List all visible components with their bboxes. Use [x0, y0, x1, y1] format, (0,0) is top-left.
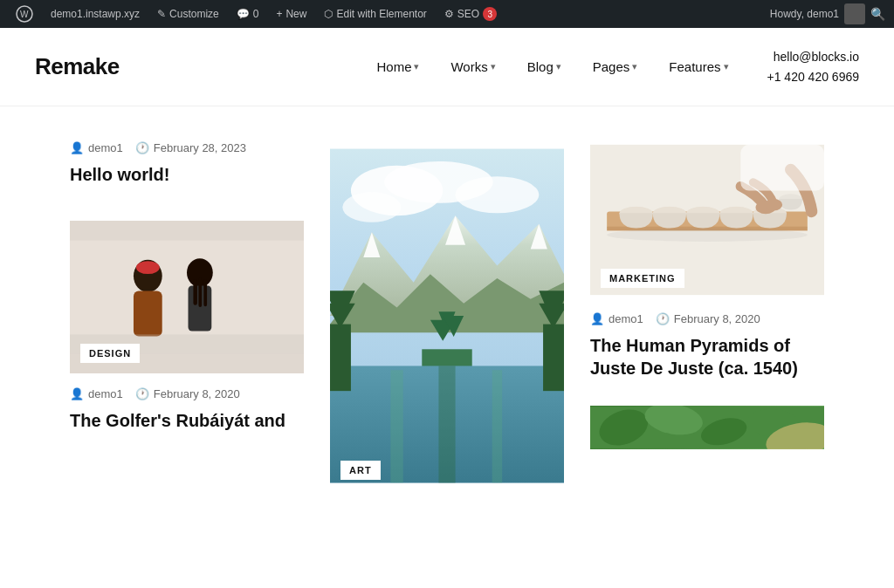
contact-info: hello@blocks.io +1 420 420 6969: [767, 47, 860, 86]
post-date-item: 🕐 February 8, 2020: [656, 312, 760, 325]
nav-works[interactable]: Works ▾: [438, 52, 507, 81]
post-card-pyramids[interactable]: MARKETING 👤 demo1 🕐 February 8, 2020 The…: [590, 141, 824, 379]
pencil-icon: ✎: [157, 8, 166, 20]
post-card-hello-world[interactable]: 👤 demo1 🕐 February 28, 2023 Hello world!: [70, 141, 304, 186]
post-image-wrap: DESIGN: [70, 221, 304, 373]
svg-rect-9: [193, 279, 196, 305]
comments-item[interactable]: 💬 0: [230, 0, 266, 28]
svg-rect-5: [134, 291, 162, 336]
seo-item[interactable]: ⚙ SEO 3: [437, 0, 504, 28]
customize-label: Customize: [169, 8, 219, 20]
nav-features[interactable]: Features ▾: [657, 52, 740, 81]
post-category-badge: ART: [340, 461, 381, 480]
post-image-lake: [330, 141, 564, 490]
post-date: February 8, 2020: [674, 312, 760, 325]
post-meta: 👤 demo1 🕐 February 8, 2020: [590, 312, 824, 325]
svg-point-16: [456, 176, 540, 213]
svg-point-47: [766, 199, 782, 210]
blog-column-2: ART: [330, 141, 564, 490]
post-title: The Golfer's Rubáiyát and: [70, 409, 304, 432]
elementor-icon: ⬡: [324, 8, 333, 20]
chevron-down-icon: ▾: [491, 61, 496, 72]
post-date: February 28, 2023: [154, 141, 246, 154]
search-icon[interactable]: 🔍: [870, 7, 885, 21]
svg-text:W: W: [20, 10, 29, 19]
post-author: demo1: [88, 141, 123, 154]
new-item[interactable]: + New: [269, 0, 313, 28]
post-image-wrap: [590, 406, 824, 449]
svg-point-49: [607, 229, 808, 242]
svg-point-6: [136, 261, 160, 274]
post-image-wrap: MARKETING: [590, 141, 824, 298]
chevron-down-icon: ▾: [556, 61, 561, 72]
clock-icon: 🕐: [135, 387, 149, 400]
chevron-down-icon: ▾: [724, 61, 729, 72]
wp-logo-item[interactable]: W: [9, 0, 40, 28]
seo-label: SEO: [457, 8, 479, 20]
post-author-item: 👤 demo1: [70, 387, 123, 400]
comments-count: 0: [253, 8, 259, 20]
blog-column-1: 👤 demo1 🕐 February 28, 2023 Hello world!: [70, 141, 304, 490]
chevron-down-icon: ▾: [632, 61, 637, 72]
chevron-down-icon: ▾: [414, 61, 419, 72]
clock-icon: 🕐: [135, 141, 149, 154]
post-image-green: [590, 406, 824, 449]
blog-column-3: MARKETING 👤 demo1 🕐 February 8, 2020 The…: [590, 141, 824, 490]
plus-icon: +: [276, 8, 282, 20]
main-content: 👤 demo1 🕐 February 28, 2023 Hello world!: [0, 106, 894, 525]
clock-icon: 🕐: [656, 312, 670, 325]
nav-works-label: Works: [450, 59, 487, 74]
post-title: Hello world!: [70, 163, 304, 186]
post-title: The Human Pyramids of Juste De Juste (ca…: [590, 334, 824, 379]
gear-icon: ⚙: [444, 8, 454, 20]
new-label: New: [285, 8, 306, 20]
contact-phone[interactable]: +1 420 420 6969: [767, 67, 860, 86]
site-header: Remake Home ▾ Works ▾ Blog ▾ Pages ▾ Fea…: [0, 28, 894, 106]
post-card-green[interactable]: [590, 406, 824, 449]
post-category-badge: DESIGN: [80, 344, 140, 363]
post-meta: 👤 demo1 🕐 February 8, 2020: [70, 387, 304, 400]
svg-rect-11: [203, 279, 207, 306]
user-icon: 👤: [590, 312, 604, 325]
post-author: demo1: [609, 312, 643, 325]
main-nav: Home ▾ Works ▾ Blog ▾ Pages ▾ Features ▾: [364, 52, 740, 81]
customize-item[interactable]: ✎ Customize: [150, 0, 226, 28]
post-author: demo1: [88, 387, 123, 400]
nav-features-label: Features: [669, 59, 720, 74]
nav-blog-label: Blog: [527, 59, 554, 74]
blog-grid: 👤 demo1 🕐 February 28, 2023 Hello world!: [70, 141, 824, 490]
svg-rect-31: [330, 325, 351, 392]
post-date-item: 🕐 February 28, 2023: [135, 141, 246, 154]
admin-bar: W demo1.instawp.xyz ✎ Customize 💬 0 + Ne…: [0, 0, 894, 28]
admin-bar-right: Howdy, demo1 🔍: [770, 3, 885, 24]
contact-email[interactable]: hello@blocks.io: [767, 47, 860, 66]
site-name-item[interactable]: demo1.instawp.xyz: [44, 0, 147, 28]
post-author-item: 👤 demo1: [70, 141, 123, 154]
post-meta: 👤 demo1 🕐 February 28, 2023: [70, 141, 304, 154]
howdy-label: Howdy, demo1: [770, 8, 839, 20]
post-date-item: 🕐 February 8, 2020: [135, 387, 240, 400]
nav-home-label: Home: [376, 59, 411, 74]
nav-home[interactable]: Home ▾: [364, 52, 431, 81]
site-name-label: demo1.instawp.xyz: [51, 8, 140, 20]
nav-pages-label: Pages: [593, 59, 630, 74]
post-date: February 8, 2020: [154, 387, 240, 400]
svg-rect-48: [740, 145, 824, 191]
user-icon: 👤: [70, 141, 84, 154]
edit-elementor-label: Edit with Elementor: [336, 8, 426, 20]
seo-badge: 3: [483, 7, 497, 21]
post-image-wrap: ART: [330, 141, 564, 490]
post-author-item: 👤 demo1: [590, 312, 643, 325]
admin-avatar: [844, 3, 865, 24]
svg-point-17: [342, 192, 401, 222]
post-card-golfer[interactable]: DESIGN 👤 demo1 🕐 February 8, 2020 The Go…: [70, 221, 304, 432]
svg-rect-34: [543, 325, 564, 392]
post-category-badge: MARKETING: [601, 269, 684, 288]
svg-rect-10: [198, 278, 202, 308]
nav-pages[interactable]: Pages ▾: [581, 52, 650, 81]
post-card-lake[interactable]: ART: [330, 141, 564, 490]
site-logo[interactable]: Remake: [35, 53, 120, 80]
user-icon: 👤: [70, 387, 84, 400]
nav-blog[interactable]: Blog ▾: [515, 52, 574, 81]
edit-elementor-item[interactable]: ⬡ Edit with Elementor: [317, 0, 433, 28]
